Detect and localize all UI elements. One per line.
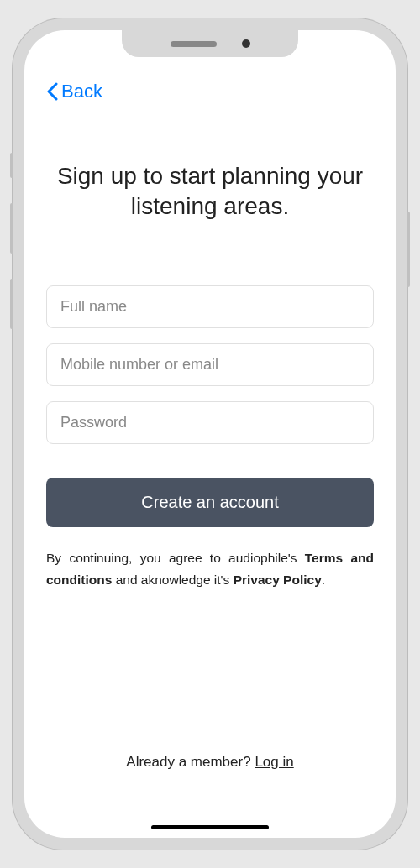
- terms-middle: and aknowledge it's: [112, 573, 233, 587]
- home-indicator[interactable]: [151, 825, 269, 829]
- footer: Already a member? Log in: [46, 754, 374, 813]
- terms-prefix: By continuing, you agree to audiophile's: [46, 551, 305, 565]
- back-button[interactable]: Back: [46, 81, 374, 102]
- front-camera: [242, 39, 250, 48]
- fullname-input[interactable]: [46, 285, 374, 328]
- screen: Back Sign up to start planning your list…: [24, 30, 396, 838]
- volume-down-button: [10, 279, 13, 329]
- volume-up-button: [10, 203, 13, 254]
- signup-form: Create an account: [46, 285, 374, 527]
- terms-text: By continuing, you agree to audiophile's…: [46, 547, 374, 592]
- speaker-grille: [171, 41, 217, 47]
- content-area: Back Sign up to start planning your list…: [24, 30, 396, 838]
- phone-side-buttons: [10, 153, 13, 354]
- footer-prompt: Already a member?: [126, 754, 255, 770]
- power-button: [407, 212, 410, 287]
- terms-suffix: .: [322, 573, 325, 587]
- notch: [122, 30, 298, 57]
- create-account-button[interactable]: Create an account: [46, 478, 374, 527]
- phone-frame: Back Sign up to start planning your list…: [13, 18, 407, 850]
- mute-switch: [10, 153, 13, 178]
- privacy-link[interactable]: Privacy Policy: [234, 573, 322, 587]
- contact-input[interactable]: [46, 343, 374, 386]
- page-heading: Sign up to start planning your listening…: [46, 161, 374, 222]
- chevron-left-icon: [46, 82, 58, 101]
- login-link[interactable]: Log in: [255, 754, 293, 770]
- password-input[interactable]: [46, 401, 374, 444]
- back-label: Back: [61, 81, 102, 102]
